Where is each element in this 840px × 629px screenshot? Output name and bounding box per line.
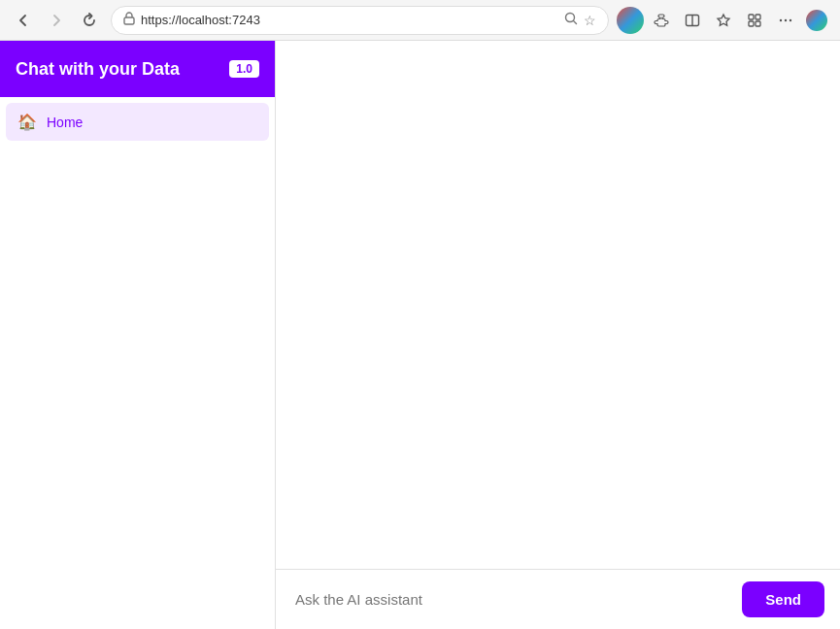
sidebar-item-home-label: Home bbox=[47, 115, 83, 130]
sidebar: Chat with your Data 1.0 🏠 Home bbox=[0, 41, 276, 629]
nav-buttons bbox=[10, 7, 103, 34]
browser-actions bbox=[617, 7, 830, 34]
app-title: Chat with your Data bbox=[16, 59, 219, 80]
sidebar-header: Chat with your Data 1.0 bbox=[0, 41, 275, 97]
search-icon bbox=[564, 12, 578, 28]
favorites-button[interactable] bbox=[710, 7, 737, 34]
chat-input-area: Send bbox=[276, 569, 840, 629]
address-bar[interactable]: https://localhost:7243 ☆ bbox=[111, 6, 609, 35]
url-text: https://localhost:7243 bbox=[141, 13, 558, 27]
extensions-button[interactable] bbox=[648, 7, 675, 34]
svg-rect-6 bbox=[749, 21, 754, 26]
version-badge: 1.0 bbox=[229, 60, 259, 78]
svg-rect-4 bbox=[749, 15, 754, 19]
forward-button[interactable] bbox=[43, 7, 70, 34]
edge-profile-button[interactable] bbox=[803, 7, 830, 34]
svg-point-10 bbox=[790, 18, 791, 20]
chat-input[interactable] bbox=[291, 583, 730, 615]
browser-chrome: https://localhost:7243 ☆ bbox=[0, 0, 840, 41]
chat-area bbox=[276, 41, 840, 569]
send-button[interactable]: Send bbox=[742, 581, 824, 617]
main-content: Send bbox=[276, 41, 840, 629]
star-icon: ☆ bbox=[584, 13, 596, 28]
collections-button[interactable] bbox=[741, 7, 768, 34]
svg-rect-7 bbox=[756, 21, 760, 26]
split-view-button[interactable] bbox=[679, 7, 706, 34]
svg-point-9 bbox=[785, 18, 787, 20]
back-button[interactable] bbox=[10, 7, 37, 34]
profile-avatar bbox=[617, 7, 644, 34]
svg-rect-5 bbox=[756, 15, 760, 19]
lock-icon bbox=[123, 12, 135, 28]
more-button[interactable] bbox=[772, 7, 799, 34]
refresh-button[interactable] bbox=[76, 7, 103, 34]
svg-rect-0 bbox=[124, 17, 134, 24]
app-container: Chat with your Data 1.0 🏠 Home Send bbox=[0, 41, 840, 629]
sidebar-nav: 🏠 Home bbox=[0, 97, 275, 147]
sidebar-item-home[interactable]: 🏠 Home bbox=[6, 103, 269, 141]
svg-point-8 bbox=[780, 18, 782, 20]
home-icon: 🏠 bbox=[17, 113, 37, 131]
profile-button[interactable] bbox=[617, 7, 644, 34]
